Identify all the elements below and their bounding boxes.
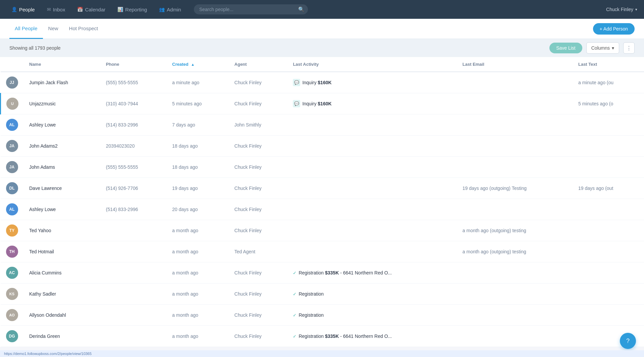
add-person-button[interactable]: + Add Person <box>593 23 635 35</box>
table-row[interactable]: JAJohn Adams22039402302018 days agoChuck… <box>1 136 644 157</box>
person-name[interactable]: Ted Hotmail <box>24 241 101 262</box>
person-phone: (555) 555-5555 <box>101 72 167 93</box>
nav-item-admin[interactable]: 👥 Admin <box>154 4 186 15</box>
check-icon: ✓ <box>293 292 297 297</box>
person-last-text: 19 days ago (out <box>573 178 644 199</box>
person-last-email <box>457 199 573 220</box>
person-last-text <box>573 199 644 220</box>
top-nav: 👤 People ✉ Inbox 📅 Calendar 📊 Reporting … <box>0 0 644 19</box>
avatar: KS <box>6 288 18 300</box>
table-row[interactable]: UUnjazzmusic(310) 403-79445 minutes agoC… <box>1 93 644 114</box>
person-name[interactable]: Jumpin Jack Flash <box>24 72 101 93</box>
tab-hot-prospect-label: Hot Prospect <box>69 26 98 31</box>
person-agent: John Smithly <box>229 114 288 136</box>
person-name[interactable]: Ashley Lowe <box>24 199 101 220</box>
person-phone <box>101 284 167 305</box>
person-last-email <box>457 284 573 305</box>
tab-all-people-label: All People <box>15 26 38 31</box>
tab-hot-prospect[interactable]: Hot Prospect <box>64 19 104 39</box>
table-row[interactable]: JJJumpin Jack Flash(555) 555-5555a minut… <box>1 72 644 93</box>
person-agent: Chuck Finley <box>229 284 288 305</box>
col-header-phone: Phone <box>101 57 167 72</box>
nav-label-calendar: Calendar <box>85 7 105 12</box>
person-name[interactable]: Derinda Green <box>24 326 101 347</box>
col-header-created[interactable]: Created ▲ <box>167 57 229 72</box>
help-button[interactable]: ? <box>620 333 636 347</box>
person-name[interactable]: Ted Yahoo <box>24 220 101 241</box>
person-phone <box>101 326 167 347</box>
person-agent: Chuck Finley <box>229 305 288 326</box>
people-table-container: Name Phone Created ▲ Agent Last Activity… <box>0 57 644 347</box>
person-phone <box>101 305 167 326</box>
avatar: U <box>6 98 18 110</box>
avatar-cell: U <box>1 93 24 114</box>
nav-item-calendar[interactable]: 📅 Calendar <box>72 4 110 15</box>
table-row[interactable]: TYTed Yahooa month agoChuck Finleya mont… <box>1 220 644 241</box>
activity-text: Registration $335K - 6641 Northern Red O… <box>299 270 392 275</box>
person-last-activity <box>287 241 457 262</box>
table-row[interactable]: KSKathy Sadlera month agoChuck Finley ✓ … <box>1 284 644 305</box>
person-name[interactable]: John Adams2 <box>24 136 101 157</box>
person-last-text: a minute ago (ou <box>573 72 644 93</box>
tab-all-people[interactable]: All People <box>9 19 43 39</box>
person-last-activity: 💬 Inquiry $160K <box>287 72 457 93</box>
user-name: Chuck Finley <box>606 7 633 12</box>
nav-item-inbox[interactable]: ✉ Inbox <box>42 4 70 15</box>
col-header-agent: Agent <box>229 57 288 72</box>
search-button[interactable]: 🔍 <box>298 6 305 12</box>
person-name[interactable]: Ashley Lowe <box>24 114 101 136</box>
table-row[interactable]: ACAlicia Cumminsa month agoChuck Finley … <box>1 262 644 284</box>
table-row[interactable]: JAJohn Adams(555) 555-555518 days agoChu… <box>1 157 644 178</box>
person-last-email <box>457 157 573 178</box>
avatar-cell: JJ <box>1 72 24 93</box>
person-last-activity: ✓ Registration <box>287 305 457 326</box>
person-created: 5 minutes ago <box>167 93 229 114</box>
activity-text: Inquiry $160K <box>302 101 331 106</box>
save-list-button[interactable]: Save List <box>549 43 582 53</box>
person-created: 18 days ago <box>167 157 229 178</box>
person-name[interactable]: Alicia Cummins <box>24 262 101 284</box>
nav-item-people[interactable]: 👤 People <box>7 4 40 15</box>
nav-label-inbox: Inbox <box>53 7 65 12</box>
check-icon: ✓ <box>293 313 297 318</box>
columns-button[interactable]: Columns ▾ <box>586 42 619 54</box>
person-last-activity <box>287 199 457 220</box>
avatar: AL <box>6 119 18 131</box>
person-last-email <box>457 326 573 347</box>
person-phone: (514) 833-2996 <box>101 114 167 136</box>
table-row[interactable]: ALAshley Lowe(514) 833-29967 days agoJoh… <box>1 114 644 136</box>
person-phone <box>101 262 167 284</box>
table-row[interactable]: THTed Hotmaila month agoTed Agenta month… <box>1 241 644 262</box>
table-row[interactable]: DGDerinda Greena month agoChuck Finley ✓… <box>1 326 644 347</box>
nav-item-reporting[interactable]: 📊 Reporting <box>113 4 152 15</box>
tab-new[interactable]: New <box>43 19 64 39</box>
search-input[interactable] <box>194 4 308 14</box>
person-name[interactable]: Allyson Odendahl <box>24 305 101 326</box>
user-menu[interactable]: Chuck Finley ▾ <box>606 7 637 12</box>
person-name[interactable]: Dave Lawrence <box>24 178 101 199</box>
person-last-email <box>457 114 573 136</box>
table-row[interactable]: ALAshley Lowe(514) 833-299620 days agoCh… <box>1 199 644 220</box>
person-agent: Chuck Finley <box>229 72 288 93</box>
person-last-activity <box>287 157 457 178</box>
search-wrapper: 🔍 <box>194 4 308 14</box>
person-name[interactable]: Unjazzmusic <box>24 93 101 114</box>
table-body: JJJumpin Jack Flash(555) 555-5555a minut… <box>1 72 644 347</box>
person-created: a month ago <box>167 241 229 262</box>
person-last-email <box>457 305 573 326</box>
table-row[interactable]: AOAllyson Odendahla month agoChuck Finle… <box>1 305 644 326</box>
person-agent: Ted Agent <box>229 241 288 262</box>
avatar-cell: TY <box>1 220 24 241</box>
person-created: a month ago <box>167 326 229 347</box>
filter-button[interactable]: ⋮ <box>623 42 635 54</box>
person-last-text <box>573 284 644 305</box>
person-last-text <box>573 220 644 241</box>
inbox-icon: ✉ <box>47 7 51 12</box>
avatar-cell: KS <box>1 284 24 305</box>
person-last-activity <box>287 178 457 199</box>
chevron-down-icon: ▾ <box>635 7 637 12</box>
person-name[interactable]: John Adams <box>24 157 101 178</box>
table-row[interactable]: DLDave Lawrence(514) 926-770619 days ago… <box>1 178 644 199</box>
person-name[interactable]: Kathy Sadler <box>24 284 101 305</box>
person-agent: Chuck Finley <box>229 262 288 284</box>
